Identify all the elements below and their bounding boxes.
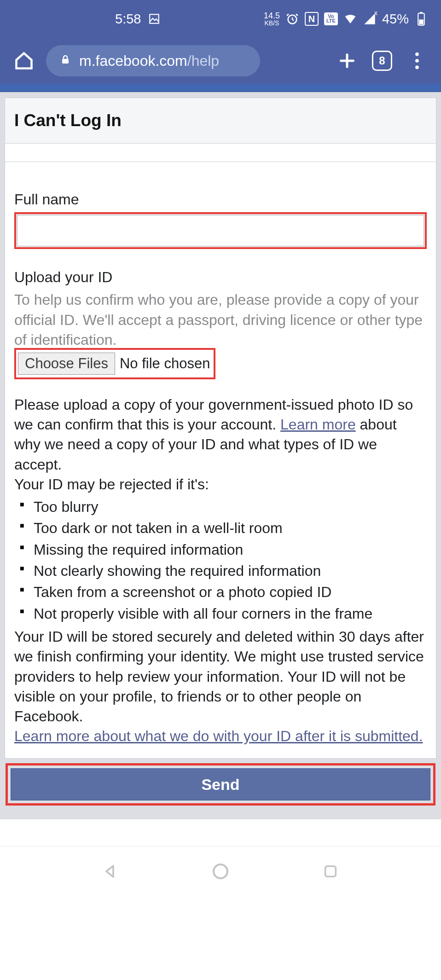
- browser-menu-button[interactable]: [404, 48, 430, 74]
- svg-point-7: [415, 59, 419, 63]
- screenshot-icon: [147, 12, 161, 26]
- lock-icon: [60, 52, 71, 70]
- list-item: Missing the required information: [20, 539, 427, 560]
- list-item: Not properly visible with all four corne…: [20, 603, 427, 624]
- battery-icon: [414, 12, 428, 26]
- net-speed-indicator: 14.5 KB/S: [264, 12, 280, 26]
- list-item: Not clearly showing the required informa…: [20, 560, 427, 581]
- new-tab-button[interactable]: [334, 48, 360, 74]
- svg-rect-4: [419, 19, 424, 24]
- page-title: I Can't Log In: [14, 111, 427, 130]
- home-button[interactable]: [11, 48, 37, 74]
- alarm-icon: [285, 12, 299, 26]
- page-background: I Can't Log In Full name Upload your ID …: [0, 92, 441, 819]
- svg-rect-10: [325, 866, 336, 877]
- list-item: Too dark or not taken in a well-lit room: [20, 517, 427, 539]
- full-name-highlight: [14, 212, 427, 249]
- list-item: Too blurry: [20, 496, 427, 517]
- home-nav-button[interactable]: [208, 859, 233, 884]
- android-status-bar: 5:58 14.5 KB/S N VoLTE x 45%: [0, 0, 441, 38]
- recents-button[interactable]: [318, 859, 343, 884]
- id-upload-instructions: Please upload a copy of your government-…: [14, 395, 427, 475]
- android-navigation-bar: [0, 846, 441, 896]
- tab-switcher-button[interactable]: 8: [369, 48, 395, 74]
- svg-rect-3: [420, 12, 422, 13]
- learn-more-link-1[interactable]: Learn more: [280, 416, 356, 433]
- volte-icon: VoLTE: [324, 12, 338, 25]
- full-name-label: Full name: [14, 190, 427, 209]
- svg-point-9: [214, 864, 227, 878]
- learn-more-link-2[interactable]: Learn more about what we do with your ID…: [14, 728, 423, 744]
- spacer: [5, 144, 436, 162]
- send-button-highlight: Send: [6, 763, 435, 806]
- rejection-reasons-list: Too blurry Too dark or not taken in a we…: [14, 496, 427, 624]
- status-time: 5:58: [115, 12, 141, 27]
- upload-id-label: Upload your ID: [14, 267, 427, 287]
- nfc-icon: N: [305, 12, 319, 26]
- svg-point-6: [415, 52, 419, 56]
- id-reject-intro: Your ID may be rejected if it's:: [14, 475, 427, 494]
- cellular-signal-icon: x: [363, 12, 377, 26]
- full-name-input[interactable]: [17, 215, 424, 246]
- facebook-header-strip: [0, 84, 441, 92]
- form-card: Full name Upload your ID To help us conf…: [5, 162, 436, 759]
- list-item: Taken from a screenshot or a photo copie…: [20, 581, 427, 603]
- svg-rect-5: [62, 59, 69, 64]
- send-button[interactable]: Send: [11, 768, 430, 800]
- svg-point-8: [415, 65, 419, 69]
- svg-rect-0: [150, 14, 159, 23]
- file-chosen-text: No file chosen: [120, 354, 210, 373]
- browser-toolbar: m.facebook.com/help 8: [0, 38, 441, 84]
- page-title-box: I Can't Log In: [5, 98, 436, 144]
- upload-id-description: To help us confirm who you are, please p…: [14, 290, 427, 350]
- battery-percentage: 45%: [382, 12, 409, 27]
- url-text: m.facebook.com/help: [79, 52, 219, 70]
- id-storage-info: Your ID will be stored securely and dele…: [14, 627, 427, 726]
- file-picker-highlight: Choose Files No file chosen: [14, 348, 215, 379]
- address-bar[interactable]: m.facebook.com/help: [46, 45, 260, 76]
- choose-files-button[interactable]: Choose Files: [18, 353, 115, 375]
- wifi-icon: [343, 12, 357, 26]
- back-button[interactable]: [98, 859, 123, 884]
